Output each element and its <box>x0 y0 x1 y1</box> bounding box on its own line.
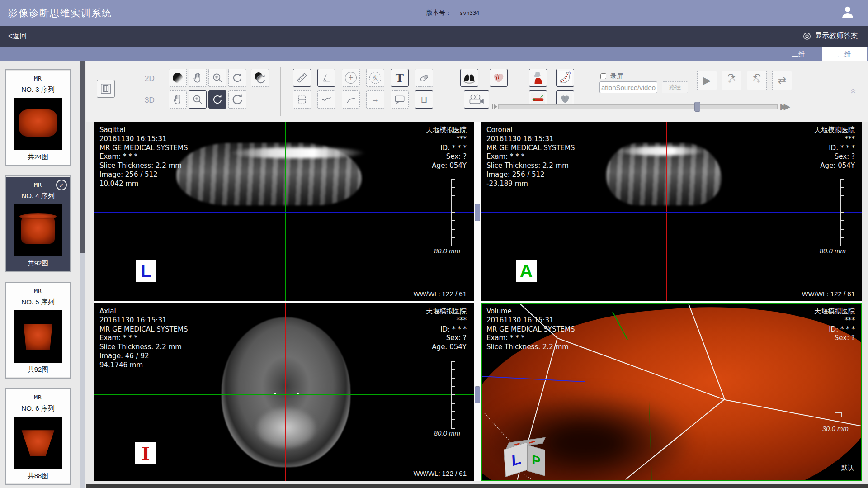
toolbar-divider <box>450 67 450 116</box>
swap-direction-button[interactable]: ⇄ <box>772 71 792 90</box>
series-thumbnail <box>14 204 62 256</box>
angle-button[interactable] <box>317 69 335 87</box>
tab-2d[interactable]: 二维 <box>776 47 821 61</box>
tab-3d[interactable]: 三维 <box>822 47 867 61</box>
viewport-info-right: 天堰模拟医院 *** ID: * * * Sex: ? Age: 054Y <box>426 126 467 171</box>
curve-button[interactable] <box>317 90 335 109</box>
orientation-letter: L <box>136 260 156 282</box>
crosshair-vertical[interactable] <box>285 303 286 481</box>
ruler-icon <box>296 72 308 84</box>
zoom-3d-button[interactable] <box>189 90 207 109</box>
series-name: NO. 5 序列 <box>6 298 70 307</box>
scale-ruler <box>451 179 455 246</box>
series-count: 共88图 <box>6 472 70 480</box>
viewport-divider[interactable] <box>474 122 481 301</box>
progress-slider[interactable] <box>498 104 778 109</box>
rotate-icon <box>212 94 223 105</box>
sidebar-scrollbar[interactable] <box>80 61 85 488</box>
arc-icon <box>345 94 357 105</box>
loop-backward-button[interactable]: ↶↷ <box>747 71 767 90</box>
zoom-2d-button[interactable] <box>208 69 226 87</box>
arrow-button[interactable]: → <box>366 90 384 109</box>
record-path-input[interactable] <box>599 81 657 93</box>
sidebar-scrollbar-thumb[interactable] <box>80 61 85 253</box>
slider-start-icon[interactable] <box>492 104 497 109</box>
loop-forward-button[interactable]: ↷↶ <box>722 71 741 90</box>
window-level-reset-button[interactable] <box>251 69 269 87</box>
play-button[interactable]: ▶ <box>697 71 717 90</box>
arc-button[interactable] <box>342 90 360 109</box>
lungs-icon <box>462 71 476 85</box>
roi-button[interactable] <box>293 90 311 109</box>
selected-check-icon: ✓ <box>56 180 67 190</box>
viewport-grid: Sagittal 20161130 16:15:31 MR GE MEDICAL… <box>94 122 862 481</box>
rotate-2d-button[interactable] <box>228 69 246 87</box>
series-card-5[interactable]: MR NO. 5 序列 共92图 <box>5 282 71 379</box>
toolbar-divider <box>136 67 136 116</box>
rotate-3d-button[interactable] <box>208 90 226 109</box>
primary-marker-icon: 主 <box>345 72 357 84</box>
cobb-angle-button[interactable]: ⊔ <box>415 90 433 109</box>
record-checkbox[interactable] <box>600 73 606 79</box>
path-button[interactable]: 路径 <box>662 81 688 93</box>
lungs-button[interactable] <box>460 69 478 87</box>
annotation-button[interactable] <box>391 90 409 109</box>
heart-model-button[interactable] <box>490 69 508 87</box>
volume-preset-label[interactable]: 默认 <box>841 464 854 472</box>
series-card-6[interactable]: MR NO. 6 序列 共88图 <box>5 388 71 485</box>
pan-3d-button[interactable] <box>169 90 187 109</box>
scale-corner-bracket <box>835 412 842 417</box>
viewport-divider[interactable] <box>474 303 481 481</box>
viewport-info-left: Coronal 20161130 16:15:31 MR GE MEDICAL … <box>486 126 575 189</box>
scale-label: 30.0 mm <box>822 425 849 432</box>
layout-icon <box>100 83 112 95</box>
arrow-icon: → <box>371 95 380 104</box>
ruler-button[interactable] <box>293 69 311 87</box>
text-annotation-button[interactable]: T <box>391 69 409 87</box>
series-card-3[interactable]: MR NO. 3 序列 共24图 <box>5 69 71 166</box>
viewport-volume[interactable]: Volume 20161130 16:15:31 MR GE MEDICAL S… <box>481 303 862 481</box>
crosshair-horizontal[interactable] <box>94 212 474 213</box>
series-card-4[interactable]: ✓ MR NO. 4 序列 共92图 <box>5 175 71 272</box>
scale-label: 80.0 mm <box>434 247 460 255</box>
knee-model-button[interactable] <box>529 69 547 87</box>
collapse-toolbar-icon[interactable]: « <box>848 88 859 94</box>
show-answer-label: 显示教师答案 <box>815 31 858 41</box>
show-answer-icon <box>802 32 811 41</box>
viewport-coronal[interactable]: Coronal 20161130 16:15:31 MR GE MEDICAL … <box>481 122 862 301</box>
foot-model-button[interactable] <box>556 69 574 87</box>
orientation-cube[interactable]: L P <box>503 439 550 479</box>
eraser-button[interactable] <box>415 69 433 87</box>
reset-3d-button[interactable] <box>228 90 246 109</box>
series-modality: MR <box>6 394 70 401</box>
viewport-info-left: Volume 20161130 16:15:31 MR GE MEDICAL S… <box>486 307 575 352</box>
series-thumbnail <box>14 98 62 150</box>
crosshair-horizontal[interactable] <box>94 394 474 395</box>
viewport-info-right: 天堰模拟医院 *** ID: * * * Sex: ? Age: 054Y <box>426 307 467 352</box>
slider-handle[interactable] <box>694 102 700 112</box>
user-avatar-icon[interactable] <box>840 5 855 20</box>
divider-handle[interactable] <box>475 204 480 221</box>
version-info: 版本号： svn334 <box>426 9 479 17</box>
record-camera-button[interactable] <box>464 90 489 109</box>
crosshair-horizontal[interactable] <box>481 212 862 213</box>
toolbar: 2D 3D 主 次 T → ⊔ 录屏 <box>86 61 868 122</box>
orientation-letter: A <box>516 260 537 282</box>
fast-forward-icon[interactable]: ▶▶ <box>780 101 787 112</box>
divider-handle[interactable] <box>475 386 480 403</box>
header-bar: 影像诊断思维实训系统 版本号： svn334 <box>0 0 868 26</box>
crosshair-vertical[interactable] <box>285 122 286 301</box>
bottom-scrollbar[interactable] <box>86 484 868 488</box>
layout-button[interactable] <box>97 80 115 98</box>
window-level-button[interactable] <box>169 69 187 87</box>
back-button[interactable]: <返回 <box>8 32 27 41</box>
show-answer-button[interactable]: 显示教师答案 <box>802 31 858 41</box>
crosshair-vertical[interactable] <box>666 122 667 301</box>
zoom-icon <box>192 94 203 105</box>
record-label: 录屏 <box>610 72 623 81</box>
secondary-marker-button[interactable]: 次 <box>366 69 384 87</box>
primary-marker-button[interactable]: 主 <box>342 69 360 87</box>
viewport-sagittal[interactable]: Sagittal 20161130 16:15:31 MR GE MEDICAL… <box>94 122 474 301</box>
pan-2d-button[interactable] <box>189 69 207 87</box>
viewport-axial[interactable]: Axial 20161130 16:15:31 MR GE MEDICAL SY… <box>94 303 474 481</box>
